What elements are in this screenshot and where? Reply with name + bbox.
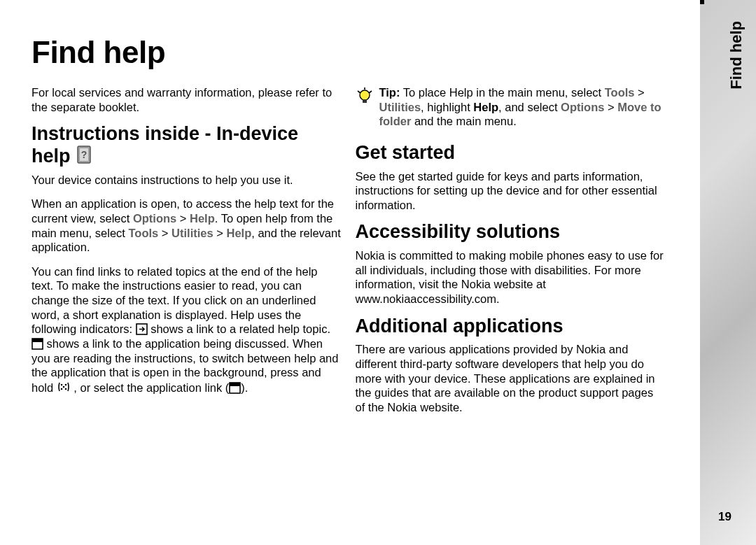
page-content: Find help For local services and warrant… <box>0 0 707 445</box>
svg-rect-5 <box>32 339 43 342</box>
page-number: 19 <box>718 510 732 524</box>
svg-point-6 <box>60 383 62 385</box>
svg-rect-12 <box>230 383 240 386</box>
heading-accessibility: Accessibility solutions <box>356 222 666 243</box>
heading-additional-apps: Additional applications <box>356 316 666 337</box>
svg-point-9 <box>64 388 66 390</box>
right-column: Tip: To place Help in the main menu, sel… <box>356 85 666 424</box>
svg-text:?: ? <box>81 149 88 160</box>
svg-point-10 <box>62 385 64 388</box>
accessibility-p: Nokia is committed to making mobile phon… <box>356 248 666 306</box>
svg-line-16 <box>369 91 372 93</box>
page-title: Find help <box>31 35 665 70</box>
help-book-icon: ? <box>76 145 94 164</box>
heading-get-started: Get started <box>356 143 666 164</box>
svg-rect-14 <box>363 99 367 103</box>
additional-apps-p: There are various applications provided … <box>356 342 666 414</box>
heading-in-device-help: Instructions inside - In-device help ? <box>31 124 342 167</box>
side-tab-label: Find help <box>727 21 746 90</box>
menu-key-icon <box>57 380 71 394</box>
app-window-icon <box>31 338 43 350</box>
lightbulb-tip-icon <box>356 87 374 106</box>
indevice-p2: When an application is open, to access t… <box>31 197 342 255</box>
link-arrow-icon <box>136 323 148 335</box>
tip-block: Tip: To place Help in the main menu, sel… <box>356 85 666 129</box>
indevice-p3: You can find links to related topics at … <box>31 264 342 395</box>
app-window-icon <box>229 382 241 394</box>
svg-point-13 <box>360 90 370 100</box>
get-started-p: See the get started guide for keys and p… <box>356 169 666 213</box>
svg-line-15 <box>358 91 360 93</box>
svg-point-7 <box>64 383 66 385</box>
svg-point-8 <box>60 388 62 390</box>
indevice-p1: Your device contains instructions to hel… <box>31 173 342 187</box>
left-column: For local services and warranty informat… <box>31 85 342 424</box>
intro-paragraph: For local services and warranty informat… <box>31 85 342 114</box>
